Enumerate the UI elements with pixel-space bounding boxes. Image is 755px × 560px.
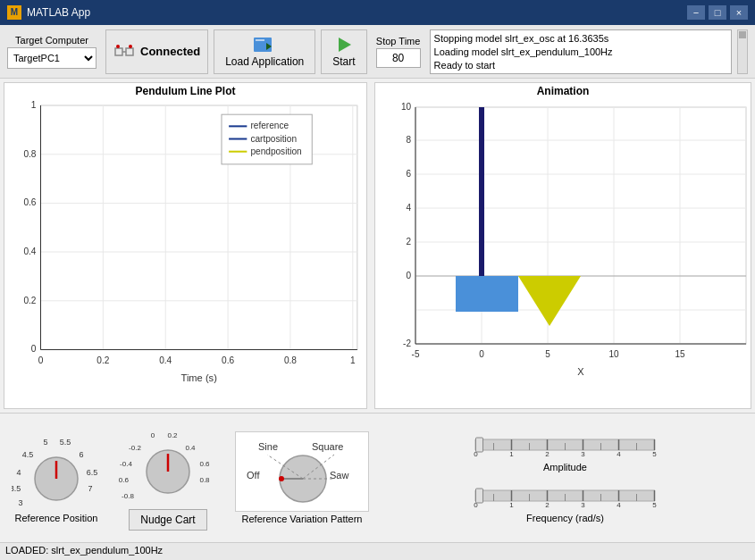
animation-svg: -5 0 5 10 15 -2 0 2 4 6 8 10 X xyxy=(375,83,751,408)
window-controls: − □ × xyxy=(687,5,748,20)
svg-text:0.4: 0.4 xyxy=(185,444,196,452)
svg-text:0: 0 xyxy=(406,271,411,280)
main-content: Pendulum Line Plot xyxy=(0,79,755,413)
svg-text:cartposition: cartposition xyxy=(250,134,297,144)
controls-area: 3 3.5 4 4.5 5 5.5 6 6.5 7 Reference Posi… xyxy=(0,413,755,542)
frequency-ruler-svg: 0 1 2 3 4 5 xyxy=(386,483,744,508)
start-icon xyxy=(333,34,355,55)
svg-text:5: 5 xyxy=(652,501,657,508)
pendulum-line-plot: Pendulum Line Plot xyxy=(4,82,367,409)
log-scrollbar[interactable] xyxy=(737,29,748,74)
svg-text:-0.4: -0.4 xyxy=(120,460,132,468)
svg-text:-5: -5 xyxy=(412,349,420,359)
svg-text:0.6: 0.6 xyxy=(23,197,36,207)
svg-text:2: 2 xyxy=(545,450,549,457)
svg-text:5.5: 5.5 xyxy=(60,438,71,447)
target-select[interactable]: TargetPC1 xyxy=(7,47,96,69)
target-computer-group: Target Computer TargetPC1 xyxy=(7,35,96,69)
connected-button[interactable]: Connected xyxy=(105,29,208,74)
knob1-container: 3 3.5 4 4.5 5 5.5 6 6.5 7 xyxy=(12,432,101,513)
knob1-label: Reference Position xyxy=(15,513,98,523)
svg-text:3: 3 xyxy=(18,498,22,507)
svg-text:Off: Off xyxy=(247,470,260,481)
svg-text:Sine: Sine xyxy=(258,441,278,452)
svg-text:4: 4 xyxy=(16,468,21,477)
svg-text:4: 4 xyxy=(617,501,621,508)
svg-text:4.5: 4.5 xyxy=(22,450,34,459)
svg-text:0: 0 xyxy=(31,344,37,354)
svg-text:-0.6: -0.6 xyxy=(119,476,129,484)
svg-marker-8 xyxy=(339,38,351,52)
svg-text:0: 0 xyxy=(479,349,484,359)
frequency-ruler: 0 1 2 3 4 5 xyxy=(386,483,744,511)
connected-icon xyxy=(113,41,135,63)
svg-text:6.5: 6.5 xyxy=(87,468,98,477)
frequency-label: Frequency (rad/s) xyxy=(386,513,744,523)
minimize-button[interactable]: − xyxy=(687,5,705,20)
svg-point-102 xyxy=(279,476,284,481)
svg-text:3: 3 xyxy=(581,501,585,508)
svg-point-4 xyxy=(129,45,132,48)
svg-rect-7 xyxy=(256,39,264,41)
knob2-svg: -0.8 -0.6 -0.4 -0.2 0 0.2 0.4 0.6 0.8 xyxy=(119,425,217,506)
close-button[interactable]: × xyxy=(730,5,748,20)
svg-text:5: 5 xyxy=(43,438,47,447)
svg-text:0.4: 0.4 xyxy=(159,355,172,365)
knob1-group: 3 3.5 4 4.5 5 5.5 6 6.5 7 Reference Posi… xyxy=(7,432,105,523)
svg-rect-1 xyxy=(126,48,133,55)
svg-text:2: 2 xyxy=(406,237,411,247)
svg-text:5: 5 xyxy=(652,450,657,457)
log-line-2: Loading model slrt_ex_pendulum_100Hz xyxy=(434,46,727,59)
right-panel: Animation xyxy=(371,79,755,413)
svg-text:4: 4 xyxy=(406,203,411,213)
log-line-1: Stopping model slrt_ex_osc at 16.3635s xyxy=(434,32,727,46)
svg-text:pendposition: pendposition xyxy=(250,146,301,156)
animation-plot: Animation xyxy=(374,82,751,409)
status-text: LOADED: slrt_ex_pendulum_100Hz xyxy=(5,545,163,556)
knob2-container: -0.8 -0.6 -0.4 -0.2 0 0.2 0.4 0.6 0.8 xyxy=(119,425,217,506)
start-button[interactable]: Start xyxy=(321,29,366,74)
svg-text:0: 0 xyxy=(151,431,155,439)
maximize-button[interactable]: □ xyxy=(709,5,726,20)
svg-text:2: 2 xyxy=(545,501,549,508)
svg-text:0.6: 0.6 xyxy=(222,355,234,365)
svg-text:0: 0 xyxy=(38,355,44,365)
svg-text:0.2: 0.2 xyxy=(167,431,178,439)
log-line-3: Ready to start xyxy=(434,59,727,72)
amplitude-ruler: 0 1 2 3 4 5 xyxy=(386,432,744,460)
connected-label: Connected xyxy=(140,45,200,58)
svg-text:-2: -2 xyxy=(403,339,411,348)
svg-text:0.8: 0.8 xyxy=(284,355,297,365)
svg-text:4: 4 xyxy=(617,450,621,457)
svg-text:5: 5 xyxy=(545,349,550,359)
stop-time-group: Stop Time xyxy=(376,36,421,68)
svg-text:3: 3 xyxy=(581,450,585,457)
svg-text:8: 8 xyxy=(406,135,411,145)
knob1-svg: 3 3.5 4 4.5 5 5.5 6 6.5 7 xyxy=(12,432,101,513)
svg-text:1: 1 xyxy=(509,450,514,457)
load-app-icon xyxy=(252,34,277,55)
amplitude-ruler-svg: 0 1 2 3 4 5 xyxy=(386,432,744,457)
wave-svg: Sine Square Off Saw xyxy=(236,432,370,513)
target-label: Target Computer xyxy=(7,35,96,46)
svg-text:-0.8: -0.8 xyxy=(122,492,134,500)
svg-text:0.2: 0.2 xyxy=(23,296,36,305)
svg-rect-124 xyxy=(476,438,483,452)
svg-text:-0.2: -0.2 xyxy=(129,444,141,452)
toolbar: Target Computer TargetPC1 Connected Load… xyxy=(0,25,755,79)
stop-time-input[interactable] xyxy=(376,48,421,68)
svg-point-3 xyxy=(116,45,120,48)
sliders-group: 0 1 2 3 4 5 Amplitude xyxy=(382,432,748,523)
wave-selector: Sine Square Off Saw xyxy=(235,431,369,512)
svg-text:15: 15 xyxy=(675,349,685,359)
title-bar: M MATLAB App − □ × xyxy=(0,0,755,25)
stop-time-label: Stop Time xyxy=(376,36,421,46)
svg-text:X: X xyxy=(577,366,584,377)
svg-text:6: 6 xyxy=(79,450,83,459)
nudge-cart-button[interactable]: Nudge Cart xyxy=(129,509,206,531)
svg-text:7: 7 xyxy=(88,484,92,493)
load-application-button[interactable]: Load Application xyxy=(214,29,315,74)
svg-text:reference: reference xyxy=(250,121,289,130)
log-area: Stopping model slrt_ex_osc at 16.3635s L… xyxy=(430,29,732,74)
svg-text:Time (s): Time (s) xyxy=(181,372,218,383)
